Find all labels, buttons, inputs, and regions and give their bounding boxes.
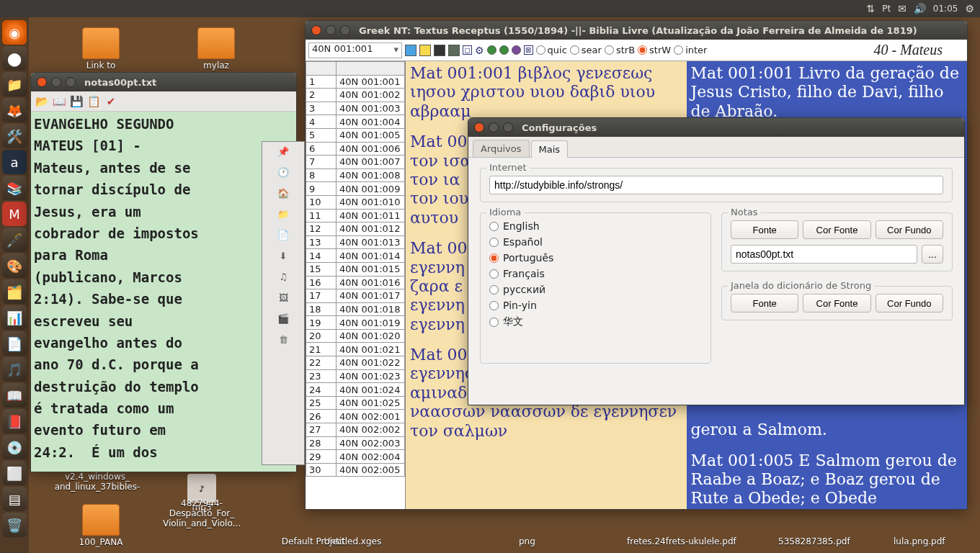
verse-row[interactable]: 2140N 001:021 <box>306 343 405 356</box>
launcher-item[interactable]: 📊 <box>2 305 27 330</box>
notas-browse-button[interactable]: ... <box>922 245 943 264</box>
lang-francais[interactable]: Français <box>489 268 702 279</box>
launcher-item[interactable]: ⬜ <box>2 461 27 485</box>
notes-text-area[interactable]: EVANGELHO SEGUNDO MATEUS [01] - Mateus, … <box>31 112 296 472</box>
verse-row[interactable]: 140N 001:001 <box>306 75 405 89</box>
pin-icon[interactable]: 📌 <box>277 146 289 157</box>
maximize-button[interactable] <box>503 122 513 132</box>
config-titlebar[interactable]: Configurações <box>468 118 964 137</box>
radio-quic[interactable]: quic <box>536 45 567 55</box>
tool-circle-green[interactable] <box>487 45 496 55</box>
desktop-label[interactable]: 4827944- Despacito_For_ Violin_and_Violo… <box>151 498 252 529</box>
verse-row[interactable]: 1840N 001:018 <box>306 302 405 316</box>
launcher-item[interactable]: 📁 <box>2 72 27 96</box>
notas-corfundo-button[interactable]: Cor Fundo <box>876 220 943 239</box>
color-button-gray[interactable] <box>448 45 460 56</box>
launcher-item[interactable]: ⬤ <box>2 46 27 71</box>
minimize-button[interactable] <box>489 122 499 132</box>
verse-row[interactable]: 2040N 001:020 <box>306 329 405 343</box>
verse-row[interactable]: 1940N 001:019 <box>306 316 405 330</box>
maximize-button[interactable] <box>66 77 76 87</box>
verse-row[interactable]: 2840N 002:003 <box>306 436 405 450</box>
lang-portugues[interactable]: Português <box>489 252 702 264</box>
verse-row[interactable]: 340N 001:003 <box>306 102 405 115</box>
tab-mais[interactable]: Mais <box>531 140 569 158</box>
color-button-yellow[interactable] <box>419 45 431 56</box>
desktop-folder[interactable]: mylaz <box>173 27 259 71</box>
verse-row[interactable]: 2540N 001:025 <box>306 396 405 410</box>
notas-corfonte-button[interactable]: Cor Fonte <box>803 220 870 239</box>
verse-row[interactable]: 1640N 001:016 <box>306 276 405 289</box>
desktop-folder[interactable]: Link to <box>58 27 144 71</box>
strong-fonte-button[interactable]: Fonte <box>731 294 798 313</box>
bible-titlebar[interactable]: Greek NT: Textus Receptus (1550/1894) -|… <box>306 21 967 40</box>
launcher-item[interactable]: 🖋️ <box>2 228 27 252</box>
verse-row[interactable]: 540N 001:005 <box>306 128 405 142</box>
tool-button[interactable]: ◻ <box>463 45 472 55</box>
radio-inter[interactable]: inter <box>674 45 707 55</box>
verse-row[interactable]: 640N 001:006 <box>306 142 405 156</box>
clock-icon[interactable]: 🕐 <box>277 167 289 178</box>
verse-row[interactable]: 3040N 002:005 <box>306 463 405 477</box>
launcher-item[interactable]: 🛠️ <box>2 124 27 148</box>
desktop-label[interactable]: Default ProjectUntitled.xges <box>267 536 396 547</box>
tab-arquivos[interactable]: Arquivos <box>473 140 530 157</box>
strong-corfundo-button[interactable]: Cor Fundo <box>876 294 943 313</box>
verse-row[interactable]: 2940N 002:004 <box>306 450 405 464</box>
picture-icon[interactable]: 🖼 <box>279 292 288 303</box>
close-button[interactable] <box>37 77 47 87</box>
verse-row[interactable]: 1140N 001:011 <box>306 209 405 222</box>
desktop-folder[interactable]: 100_PANA <box>58 504 144 547</box>
verse-row[interactable]: 1040N 001:010 <box>306 195 405 209</box>
home-icon[interactable]: 🏠 <box>277 188 289 199</box>
launcher-item[interactable]: 📖 <box>2 383 27 408</box>
verse-row[interactable]: 2640N 002:001 <box>306 410 405 423</box>
verse-row[interactable]: 2740N 002:002 <box>306 423 405 437</box>
trash-icon[interactable]: 🗑 <box>279 334 288 345</box>
verse-row[interactable]: 2440N 001:024 <box>306 383 405 397</box>
notas-file-input[interactable] <box>731 245 917 264</box>
dash-icon[interactable]: ◉ <box>2 20 27 45</box>
desktop-label[interactable]: png <box>519 536 535 547</box>
lang-chinese[interactable]: 华文 <box>489 315 702 328</box>
verse-row[interactable]: 840N 001:008 <box>306 168 405 182</box>
verse-row[interactable]: 440N 001:004 <box>306 115 405 129</box>
launcher-item[interactable]: 🎵 <box>2 357 27 382</box>
download-icon[interactable]: ⬇ <box>280 251 288 261</box>
desktop-label[interactable]: lula.png.pdf <box>894 536 945 547</box>
keyboard-layout-indicator[interactable]: Pt <box>882 4 891 14</box>
settings-icon[interactable]: ⚙ <box>475 45 484 56</box>
verse-row[interactable]: 740N 001:007 <box>306 156 405 169</box>
desktop-label[interactable]: fretes.24frets-ukulele.pdf <box>627 536 736 547</box>
desktop-label[interactable]: v2.4_windows_ and_linux_37bibles- <box>43 472 151 492</box>
gear-icon[interactable]: ⚙ <box>965 3 974 14</box>
verse-row[interactable]: 1740N 001:017 <box>306 289 405 303</box>
maximize-button[interactable] <box>340 25 350 35</box>
strong-corfonte-button[interactable]: Cor Fonte <box>803 294 870 313</box>
lang-russian[interactable]: русский <box>489 284 702 295</box>
music-icon[interactable]: ♫ <box>279 271 288 282</box>
launcher-item[interactable]: 🗂️ <box>2 279 27 304</box>
book-icon[interactable]: 📖 <box>53 95 66 108</box>
launcher-item[interactable]: 💿 <box>2 435 27 459</box>
verse-index-table[interactable]: 140N 001:001240N 001:002340N 001:003440N… <box>306 61 406 509</box>
internet-url-input[interactable] <box>489 176 943 194</box>
close-button[interactable] <box>311 25 321 35</box>
clock[interactable]: 01:05 <box>933 4 958 14</box>
trash-icon[interactable]: 🗑️ <box>2 513 27 537</box>
launcher-item[interactable]: a <box>2 150 27 174</box>
desktop-label[interactable]: 5358287385.pdf <box>778 536 850 547</box>
radio-strb[interactable]: strB <box>605 45 635 55</box>
doc-icon[interactable]: 📄 <box>277 230 289 240</box>
notes-titlebar[interactable]: notas00pt.txt <box>31 73 296 91</box>
verse-row[interactable]: 2240N 001:022 <box>306 356 405 370</box>
lang-english[interactable]: English <box>489 220 702 232</box>
launcher-item[interactable]: ▤ <box>2 487 27 511</box>
minimize-button[interactable] <box>51 77 61 87</box>
video-icon[interactable]: 🎬 <box>277 313 289 324</box>
verse-row[interactable]: 2340N 001:023 <box>306 369 405 383</box>
verse-row[interactable]: 940N 001:009 <box>306 182 405 196</box>
launcher-item[interactable]: 📕 <box>2 409 27 433</box>
folder-icon[interactable]: 📁 <box>277 209 289 220</box>
verse-row[interactable]: 1540N 001:015 <box>306 262 405 276</box>
